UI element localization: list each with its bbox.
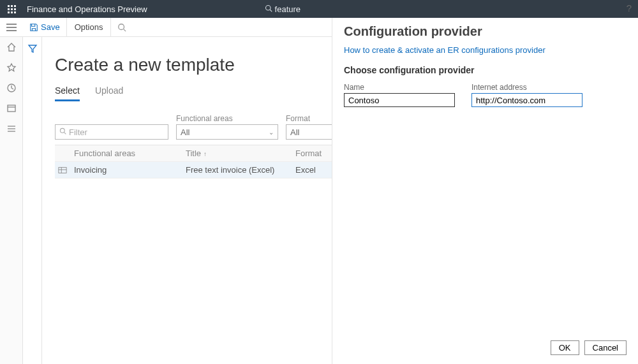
app-title: Finance and Operations Preview [23, 4, 151, 14]
functional-areas-value: All [181, 127, 189, 137]
search-icon [59, 127, 66, 136]
svg-point-0 [265, 5, 271, 10]
chevron-down-icon: ⌄ [269, 129, 274, 136]
waffle-icon[interactable] [0, 0, 23, 18]
tab-select[interactable]: Select [55, 85, 80, 101]
svg-point-13 [60, 128, 64, 133]
row-type-icon [55, 166, 70, 175]
row-title: Free text invoice (Excel) [182, 165, 292, 175]
svg-line-6 [124, 29, 126, 31]
save-button[interactable]: Save [23, 18, 67, 37]
cancel-button[interactable]: Cancel [584, 340, 627, 355]
filter-column [23, 37, 42, 364]
global-search[interactable]: feature [265, 4, 300, 14]
options-button[interactable]: Options [67, 18, 112, 37]
nav-toggle-icon[interactable] [0, 24, 23, 31]
sort-asc-icon: ↑ [204, 150, 207, 157]
functional-areas-dropdown[interactable]: All ⌄ [176, 124, 278, 140]
svg-rect-15 [59, 167, 66, 173]
search-icon [265, 4, 272, 14]
config-provider-panel: Configuration provider How to create & a… [332, 18, 638, 364]
home-icon[interactable] [0, 37, 23, 57]
options-label: Options [75, 22, 103, 32]
help-icon[interactable]: ? [627, 3, 632, 13]
top-nav-bar: Finance and Operations Preview feature [0, 0, 638, 18]
left-rail [0, 37, 23, 364]
panel-title: Configuration provider [332, 18, 638, 41]
format-dropdown[interactable]: All [286, 124, 337, 140]
name-field[interactable] [344, 93, 455, 107]
favorite-icon[interactable] [0, 57, 23, 78]
name-label: Name [344, 83, 455, 92]
filter-input[interactable]: Filter [55, 124, 168, 140]
format-value: All [290, 127, 299, 137]
tab-upload[interactable]: Upload [95, 85, 123, 101]
svg-rect-8 [8, 105, 15, 112]
col-title[interactable]: Title↑ [182, 149, 292, 158]
col-format[interactable]: Format [292, 149, 336, 158]
format-label: Format [286, 114, 337, 123]
recent-icon[interactable] [0, 78, 23, 98]
modules-icon[interactable] [0, 119, 23, 139]
svg-line-1 [270, 10, 272, 11]
panel-help-link[interactable]: How to create & activate an ER configura… [332, 41, 638, 59]
svg-point-5 [119, 24, 124, 29]
global-search-text: feature [275, 4, 300, 14]
svg-line-14 [64, 133, 66, 135]
save-label: Save [41, 22, 60, 32]
col-functional-areas[interactable]: Functional areas [70, 149, 182, 158]
workspace-icon[interactable] [0, 98, 23, 119]
functional-areas-label: Functional areas [176, 114, 278, 123]
ok-button[interactable]: OK [551, 340, 579, 355]
save-icon [29, 23, 38, 32]
row-format: Excel [292, 165, 336, 175]
action-search-icon[interactable] [111, 23, 133, 32]
filter-placeholder: Filter [69, 127, 87, 137]
funnel-icon[interactable] [27, 43, 38, 54]
row-functional-areas: Invoicing [70, 165, 182, 175]
internet-field[interactable] [471, 93, 582, 107]
panel-subtitle: Choose configuration provider [332, 59, 638, 83]
internet-label: Internet address [471, 83, 582, 92]
